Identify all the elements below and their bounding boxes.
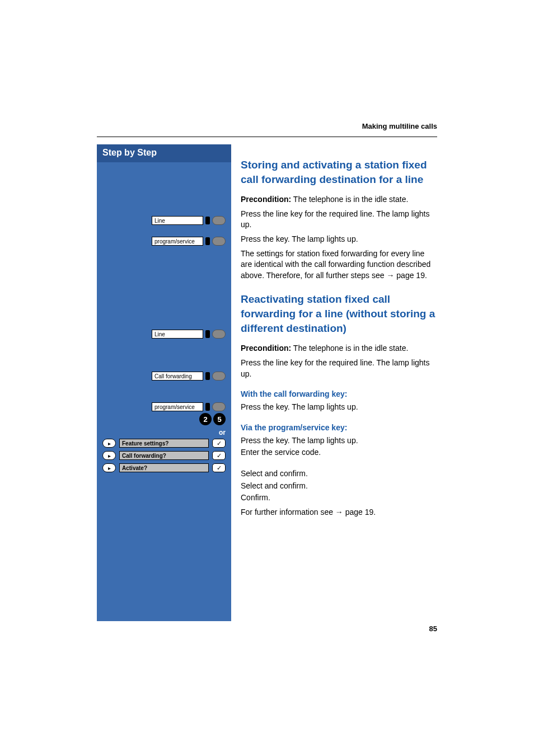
menu-activate: ▸ Activate? ✓ bbox=[102, 463, 226, 472]
led-icon bbox=[205, 237, 210, 245]
step-call-forwarding-key: Call forwarding bbox=[152, 370, 226, 382]
checkmark-icon: ✓ bbox=[212, 451, 226, 460]
line-key-label: Line bbox=[152, 216, 203, 225]
menu-call-forwarding: ▸ Call forwarding? ✓ bbox=[102, 451, 226, 460]
precondition-text: The telephone is in the idle state. bbox=[291, 344, 408, 353]
sidebar-title-wrap: Step by Step bbox=[97, 144, 231, 162]
section2-further-info: For further information see → page 19. bbox=[241, 507, 437, 518]
section2-heading: Reactivating station fixed call forwardi… bbox=[241, 292, 437, 335]
nav-right-icon: ▸ bbox=[102, 451, 116, 460]
section2-sub1-heading: With the call forwarding key: bbox=[241, 389, 437, 398]
section1-precondition: Precondition: The telephone is in the id… bbox=[241, 194, 437, 205]
main-content: Storing and activating a station fixed c… bbox=[241, 144, 437, 521]
section2-sub2-p1: Press the key. The lamp lights up. bbox=[241, 435, 437, 447]
menu-label: Activate? bbox=[119, 463, 209, 472]
section2-sub2-heading: Via the program/service key: bbox=[241, 423, 437, 432]
section1-heading: Storing and activating a station fixed c… bbox=[241, 158, 437, 186]
step-by-step-sidebar: Step by Step Line program/service Line bbox=[97, 144, 231, 621]
section2-menu-p1: Select and confirm. bbox=[241, 468, 437, 480]
running-head: Making multiline calls bbox=[362, 122, 437, 130]
page-ref: page 19. bbox=[343, 508, 376, 516]
precondition-text: The telephone is in the idle state. bbox=[291, 195, 408, 204]
menu-feature-settings: ▸ Feature settings? ✓ bbox=[102, 439, 226, 448]
led-icon bbox=[205, 403, 210, 411]
step-line-key-1: Line bbox=[152, 214, 226, 227]
arrow-right-icon: → bbox=[335, 508, 343, 516]
section2-press-line: Press the line key for the required line… bbox=[241, 358, 437, 379]
oval-key-icon bbox=[212, 402, 226, 411]
oval-key-icon bbox=[212, 237, 226, 246]
program-service-label: program/service bbox=[152, 402, 203, 411]
step-program-service-1: program/service bbox=[152, 235, 226, 247]
section1-press-line: Press the line key for the required line… bbox=[241, 209, 437, 231]
oval-key-icon bbox=[212, 216, 226, 225]
precondition-label: Precondition: bbox=[241, 344, 291, 353]
checkmark-icon: ✓ bbox=[212, 439, 226, 448]
program-service-label: program/service bbox=[152, 237, 203, 246]
digit-2-icon: 2 bbox=[199, 413, 212, 425]
page-number: 85 bbox=[429, 624, 437, 633]
section1-see-page: The settings for station fixed forwardin… bbox=[241, 248, 437, 281]
checkmark-icon: ✓ bbox=[212, 463, 226, 472]
page-ref: page 19. bbox=[394, 271, 427, 280]
section2-sub1-p: Press the key. The lamp lights up. bbox=[241, 402, 437, 413]
header-rule bbox=[97, 137, 437, 137]
section2-menu-p2: Select and confirm. bbox=[241, 481, 437, 492]
service-code-digits: 2 5 bbox=[199, 413, 226, 425]
menu-label: Call forwarding? bbox=[119, 451, 209, 460]
oval-key-icon bbox=[212, 330, 226, 339]
step-program-service-2: program/service bbox=[152, 401, 226, 413]
or-label: or bbox=[219, 429, 226, 436]
arrow-right-icon: → bbox=[386, 271, 394, 280]
led-icon bbox=[205, 217, 210, 224]
digit-5-icon: 5 bbox=[213, 413, 226, 425]
nav-right-icon: ▸ bbox=[102, 439, 116, 448]
nav-right-icon: ▸ bbox=[102, 463, 116, 472]
menu-label: Feature settings? bbox=[119, 439, 209, 448]
sidebar-title: Step by Step bbox=[102, 148, 157, 157]
led-icon bbox=[205, 372, 210, 380]
section2-menu-p3: Confirm. bbox=[241, 492, 437, 504]
oval-key-icon bbox=[212, 372, 226, 381]
led-icon bbox=[205, 330, 210, 338]
step-line-key-2: Line bbox=[152, 328, 226, 340]
text-part: For further information see bbox=[241, 508, 335, 516]
line-key-label: Line bbox=[152, 330, 203, 339]
section2-sub2-p2: Enter the service code. bbox=[241, 447, 437, 458]
section1-press-ps: Press the key. The lamp lights up. bbox=[241, 234, 437, 245]
sidebar-body: Line program/service Line Call forwardin… bbox=[97, 162, 231, 618]
call-forwarding-label: Call forwarding bbox=[152, 372, 203, 381]
precondition-label: Precondition: bbox=[241, 195, 291, 204]
section2-precondition: Precondition: The telephone is in the id… bbox=[241, 343, 437, 354]
